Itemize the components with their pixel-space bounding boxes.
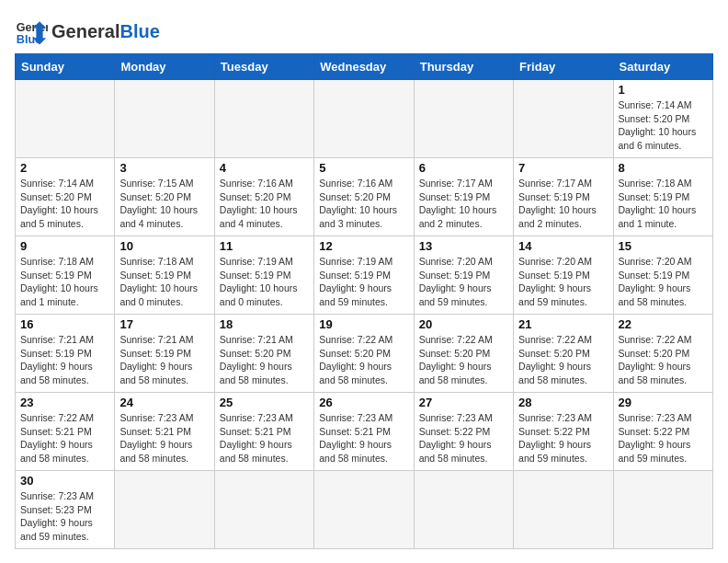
day-number: 20 xyxy=(419,317,508,331)
calendar-header-row: SundayMondayTuesdayWednesdayThursdayFrid… xyxy=(16,54,713,80)
day-info: Sunrise: 7:20 AM Sunset: 5:19 PM Dayligh… xyxy=(419,255,508,309)
day-info: Sunrise: 7:23 AM Sunset: 5:22 PM Dayligh… xyxy=(518,411,608,465)
day-number: 3 xyxy=(119,161,209,175)
calendar-cell xyxy=(514,80,613,158)
calendar-cell: 7Sunrise: 7:17 AM Sunset: 5:19 PM Daylig… xyxy=(514,158,613,236)
day-number: 17 xyxy=(119,317,209,331)
calendar-cell: 20Sunrise: 7:22 AM Sunset: 5:20 PM Dayli… xyxy=(414,315,513,393)
day-info: Sunrise: 7:18 AM Sunset: 5:19 PM Dayligh… xyxy=(619,177,708,231)
day-info: Sunrise: 7:18 AM Sunset: 5:19 PM Dayligh… xyxy=(20,255,109,309)
day-info: Sunrise: 7:18 AM Sunset: 5:19 PM Dayligh… xyxy=(119,255,209,309)
calendar-cell xyxy=(314,80,414,158)
calendar-cell: 30Sunrise: 7:23 AM Sunset: 5:23 PM Dayli… xyxy=(16,471,115,549)
calendar-cell: 29Sunrise: 7:23 AM Sunset: 5:22 PM Dayli… xyxy=(613,393,712,471)
day-number: 28 xyxy=(518,396,608,409)
week-row-1: 1Sunrise: 7:14 AM Sunset: 5:20 PM Daylig… xyxy=(16,80,713,158)
day-number: 14 xyxy=(518,239,608,253)
calendar-cell xyxy=(214,80,313,158)
logo-general-text: General xyxy=(51,21,119,42)
day-number: 12 xyxy=(319,239,408,253)
calendar-cell: 11Sunrise: 7:19 AM Sunset: 5:19 PM Dayli… xyxy=(214,236,313,315)
day-info: Sunrise: 7:17 AM Sunset: 5:19 PM Dayligh… xyxy=(518,177,608,231)
day-number: 13 xyxy=(419,239,508,253)
calendar-cell xyxy=(613,471,712,549)
calendar-cell: 19Sunrise: 7:22 AM Sunset: 5:20 PM Dayli… xyxy=(314,315,414,393)
day-info: Sunrise: 7:23 AM Sunset: 5:21 PM Dayligh… xyxy=(119,411,209,465)
day-number: 22 xyxy=(619,317,708,331)
calendar-cell: 14Sunrise: 7:20 AM Sunset: 5:19 PM Dayli… xyxy=(514,236,613,315)
day-number: 8 xyxy=(619,161,708,175)
calendar-cell xyxy=(514,471,613,549)
day-number: 30 xyxy=(20,474,109,488)
day-info: Sunrise: 7:16 AM Sunset: 5:20 PM Dayligh… xyxy=(319,177,408,231)
day-info: Sunrise: 7:23 AM Sunset: 5:23 PM Dayligh… xyxy=(20,489,109,544)
day-info: Sunrise: 7:19 AM Sunset: 5:19 PM Dayligh… xyxy=(220,255,309,309)
calendar-cell xyxy=(16,80,115,158)
calendar-cell: 3Sunrise: 7:15 AM Sunset: 5:20 PM Daylig… xyxy=(115,158,214,236)
calendar-cell: 2Sunrise: 7:14 AM Sunset: 5:20 PM Daylig… xyxy=(16,158,115,236)
calendar-cell xyxy=(314,471,414,549)
day-info: Sunrise: 7:21 AM Sunset: 5:20 PM Dayligh… xyxy=(220,333,309,387)
day-number: 29 xyxy=(619,396,708,409)
header-friday: Friday xyxy=(514,54,613,80)
calendar-cell: 10Sunrise: 7:18 AM Sunset: 5:19 PM Dayli… xyxy=(115,236,214,315)
calendar-cell: 8Sunrise: 7:18 AM Sunset: 5:19 PM Daylig… xyxy=(613,158,712,236)
calendar-cell: 5Sunrise: 7:16 AM Sunset: 5:20 PM Daylig… xyxy=(314,158,414,236)
calendar-cell: 25Sunrise: 7:23 AM Sunset: 5:21 PM Dayli… xyxy=(214,393,313,471)
day-number: 1 xyxy=(619,83,708,97)
day-info: Sunrise: 7:23 AM Sunset: 5:22 PM Dayligh… xyxy=(619,411,708,465)
day-number: 16 xyxy=(20,317,109,331)
calendar-cell xyxy=(214,471,313,549)
day-number: 6 xyxy=(419,161,508,175)
day-info: Sunrise: 7:17 AM Sunset: 5:19 PM Dayligh… xyxy=(419,177,508,231)
day-info: Sunrise: 7:21 AM Sunset: 5:19 PM Dayligh… xyxy=(20,333,109,387)
calendar-cell: 1Sunrise: 7:14 AM Sunset: 5:20 PM Daylig… xyxy=(613,80,712,158)
week-row-3: 9Sunrise: 7:18 AM Sunset: 5:19 PM Daylig… xyxy=(16,236,713,315)
day-info: Sunrise: 7:20 AM Sunset: 5:19 PM Dayligh… xyxy=(619,255,708,309)
calendar-table: SundayMondayTuesdayWednesdayThursdayFrid… xyxy=(15,53,713,549)
day-number: 11 xyxy=(220,239,309,253)
day-info: Sunrise: 7:21 AM Sunset: 5:19 PM Dayligh… xyxy=(119,333,209,387)
day-number: 19 xyxy=(319,317,408,331)
day-info: Sunrise: 7:19 AM Sunset: 5:19 PM Dayligh… xyxy=(319,255,408,309)
header-sunday: Sunday xyxy=(16,54,115,80)
day-info: Sunrise: 7:22 AM Sunset: 5:20 PM Dayligh… xyxy=(518,333,608,387)
day-info: Sunrise: 7:23 AM Sunset: 5:22 PM Dayligh… xyxy=(419,411,508,465)
header-monday: Monday xyxy=(115,54,214,80)
day-number: 10 xyxy=(119,239,209,253)
day-info: Sunrise: 7:22 AM Sunset: 5:21 PM Dayligh… xyxy=(20,411,109,465)
day-number: 23 xyxy=(20,396,109,409)
header-saturday: Saturday xyxy=(613,54,712,80)
page-header: General Blue General Blue xyxy=(15,15,713,48)
day-number: 5 xyxy=(319,161,408,175)
day-number: 24 xyxy=(119,396,209,409)
calendar-cell: 4Sunrise: 7:16 AM Sunset: 5:20 PM Daylig… xyxy=(214,158,313,236)
day-number: 2 xyxy=(20,161,109,175)
calendar-cell: 21Sunrise: 7:22 AM Sunset: 5:20 PM Dayli… xyxy=(514,315,613,393)
calendar-cell xyxy=(115,80,214,158)
day-info: Sunrise: 7:23 AM Sunset: 5:21 PM Dayligh… xyxy=(220,411,309,465)
calendar-cell xyxy=(414,80,513,158)
calendar-cell: 13Sunrise: 7:20 AM Sunset: 5:19 PM Dayli… xyxy=(414,236,513,315)
calendar-cell: 18Sunrise: 7:21 AM Sunset: 5:20 PM Dayli… xyxy=(214,315,313,393)
calendar-cell: 24Sunrise: 7:23 AM Sunset: 5:21 PM Dayli… xyxy=(115,393,214,471)
day-number: 9 xyxy=(20,239,109,253)
header-tuesday: Tuesday xyxy=(214,54,313,80)
calendar-cell: 17Sunrise: 7:21 AM Sunset: 5:19 PM Dayli… xyxy=(115,315,214,393)
logo-blue-text: Blue xyxy=(119,21,159,42)
day-info: Sunrise: 7:15 AM Sunset: 5:20 PM Dayligh… xyxy=(119,177,209,231)
week-row-6: 30Sunrise: 7:23 AM Sunset: 5:23 PM Dayli… xyxy=(16,471,713,549)
day-info: Sunrise: 7:20 AM Sunset: 5:19 PM Dayligh… xyxy=(518,255,608,309)
day-number: 15 xyxy=(619,239,708,253)
calendar-cell: 27Sunrise: 7:23 AM Sunset: 5:22 PM Dayli… xyxy=(414,393,513,471)
week-row-4: 16Sunrise: 7:21 AM Sunset: 5:19 PM Dayli… xyxy=(16,315,713,393)
calendar-cell: 22Sunrise: 7:22 AM Sunset: 5:20 PM Dayli… xyxy=(613,315,712,393)
calendar-cell: 28Sunrise: 7:23 AM Sunset: 5:22 PM Dayli… xyxy=(514,393,613,471)
header-wednesday: Wednesday xyxy=(314,54,414,80)
calendar-cell xyxy=(115,471,214,549)
calendar-cell: 26Sunrise: 7:23 AM Sunset: 5:21 PM Dayli… xyxy=(314,393,414,471)
day-number: 18 xyxy=(220,317,309,331)
day-number: 26 xyxy=(319,396,408,409)
day-number: 25 xyxy=(220,396,309,409)
calendar-cell: 12Sunrise: 7:19 AM Sunset: 5:19 PM Dayli… xyxy=(314,236,414,315)
